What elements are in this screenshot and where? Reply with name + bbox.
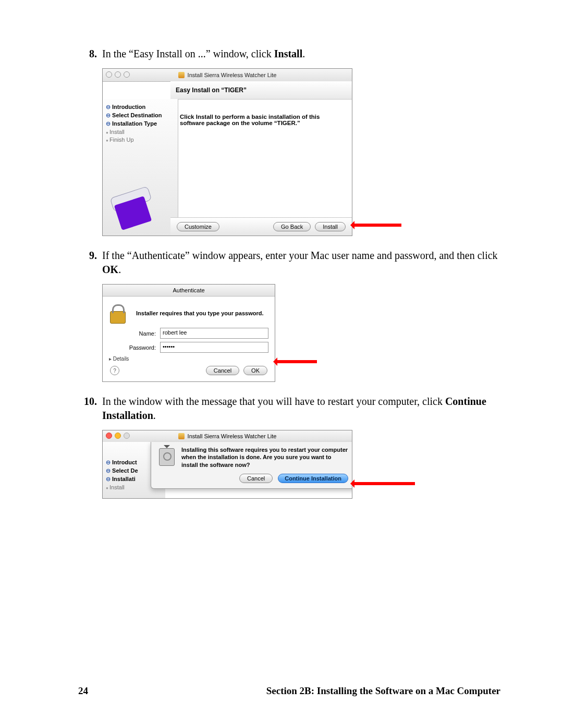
confirmation-message: Installing this software requires you to… bbox=[181, 446, 348, 468]
name-row: Name: robert lee bbox=[109, 328, 268, 339]
page-footer: 24 Section 2B: Installing the Software o… bbox=[78, 685, 500, 697]
sidebar-select-destination: Select Destination bbox=[106, 112, 174, 119]
help-icon[interactable]: ? bbox=[110, 366, 119, 375]
name-label: Name: bbox=[109, 330, 160, 337]
installer-body-line1: Click Install to perform a basic install… bbox=[180, 114, 342, 120]
confirmation-sheet: Installing this software requires you to… bbox=[151, 442, 352, 489]
step-8-tail: . bbox=[302, 48, 305, 59]
go-back-button[interactable]: Go Back bbox=[273, 222, 311, 231]
cancel-button[interactable]: Cancel bbox=[239, 474, 273, 483]
step-9-text-a: If the “Authenticate” window appears, en… bbox=[102, 250, 498, 261]
screenshot-1-wrap: Install Sierra Wireless Watcher Lite Eas… bbox=[102, 68, 500, 236]
package-icon bbox=[178, 433, 185, 439]
section-title: Section 2B: Installing the Software on a… bbox=[266, 685, 500, 697]
traffic-lights bbox=[106, 71, 130, 78]
screenshot-2-wrap: Authenticate Installer requires that you… bbox=[102, 284, 500, 382]
step-9-text: If the “Authenticate” window appears, en… bbox=[102, 249, 500, 277]
minimize-icon[interactable] bbox=[115, 433, 121, 439]
sidebar-finish-up: Finish Up bbox=[106, 137, 174, 143]
callout-arrow-icon bbox=[352, 482, 415, 485]
window-titlebar: Install Sierra Wireless Watcher Lite bbox=[103, 69, 352, 82]
installer-subtitle: Easy Install on “TIGER” bbox=[170, 81, 352, 100]
install-button[interactable]: Install bbox=[315, 222, 346, 231]
window-title-group: Install Sierra Wireless Watcher Lite bbox=[178, 72, 277, 78]
password-label: Password: bbox=[109, 344, 160, 351]
step-9: 9. If the “Authenticate” window appears,… bbox=[78, 249, 500, 277]
ok-button[interactable]: OK bbox=[243, 366, 267, 375]
installer-body: Click Install to perform a basic install… bbox=[170, 99, 352, 218]
step-10-text: In the window with the message that you … bbox=[102, 394, 500, 423]
password-row: Password: •••••• bbox=[109, 342, 268, 353]
details-disclosure[interactable]: Details bbox=[109, 356, 268, 362]
customize-button[interactable]: Customize bbox=[177, 222, 219, 231]
step-8-bold: Install bbox=[274, 48, 302, 59]
close-icon[interactable] bbox=[106, 433, 112, 439]
step-8: 8. In the “Easy Install on ...” window, … bbox=[78, 47, 500, 61]
authenticate-title: Authenticate bbox=[103, 285, 275, 297]
installer-window: Install Sierra Wireless Watcher Lite Eas… bbox=[102, 68, 352, 236]
authenticate-header: Installer requires that you type your pa… bbox=[109, 302, 268, 325]
window-titlebar: Install Sierra Wireless Watcher Lite bbox=[103, 430, 352, 442]
zoom-icon[interactable] bbox=[124, 433, 130, 439]
restart-sheet-window: Install Sierra Wireless Watcher Lite Int… bbox=[102, 430, 352, 499]
step-10-number: 10. bbox=[78, 394, 102, 423]
hard-drive-icon bbox=[156, 446, 177, 469]
step-10: 10. In the window with the message that … bbox=[78, 394, 500, 423]
minimize-icon[interactable] bbox=[115, 71, 121, 78]
installer-footer: Customize Go Back Install bbox=[170, 217, 352, 236]
authenticate-footer: ? Cancel OK bbox=[109, 364, 268, 378]
callout-arrow-icon bbox=[352, 224, 401, 227]
step-9-number: 9. bbox=[78, 249, 102, 277]
step-8-text: In the “Easy Install on ...” window, cli… bbox=[102, 47, 500, 61]
name-input[interactable]: robert lee bbox=[160, 328, 268, 339]
authenticate-dialog: Authenticate Installer requires that you… bbox=[102, 284, 275, 382]
installer-sidebar: Introduction Select Destination Installa… bbox=[103, 99, 178, 236]
authenticate-message: Installer requires that you type your pa… bbox=[136, 310, 264, 316]
step-8-number: 8. bbox=[78, 47, 102, 61]
traffic-lights bbox=[106, 433, 130, 439]
package-box-icon bbox=[106, 189, 163, 230]
continue-installation-button[interactable]: Continue Installation bbox=[278, 474, 348, 483]
step-9-tail: . bbox=[118, 264, 121, 275]
sidebar-installation-type: Installation Type bbox=[106, 120, 174, 127]
lock-icon bbox=[109, 302, 132, 325]
close-icon[interactable] bbox=[106, 71, 112, 78]
screenshot-3-wrap: Install Sierra Wireless Watcher Lite Int… bbox=[102, 430, 500, 499]
sidebar-introduction: Introduction bbox=[106, 104, 174, 110]
sidebar-install: Install bbox=[106, 129, 174, 135]
step-9-bold: OK bbox=[102, 264, 118, 275]
window-title-text: Install Sierra Wireless Watcher Lite bbox=[188, 433, 277, 439]
package-icon bbox=[178, 72, 185, 78]
zoom-icon[interactable] bbox=[124, 71, 130, 78]
callout-arrow-icon bbox=[275, 360, 317, 363]
password-input[interactable]: •••••• bbox=[160, 342, 268, 353]
page-number: 24 bbox=[78, 685, 88, 697]
step-10-tail: . bbox=[153, 410, 156, 421]
step-8-text-a: In the “Easy Install on ...” window, cli… bbox=[102, 48, 274, 59]
installer-body-line2: software package on the volume “TIGER.” bbox=[180, 120, 342, 126]
cancel-button[interactable]: Cancel bbox=[206, 366, 239, 375]
step-10-text-a: In the window with the message that you … bbox=[102, 396, 445, 407]
window-title-text: Install Sierra Wireless Watcher Lite bbox=[188, 72, 277, 78]
